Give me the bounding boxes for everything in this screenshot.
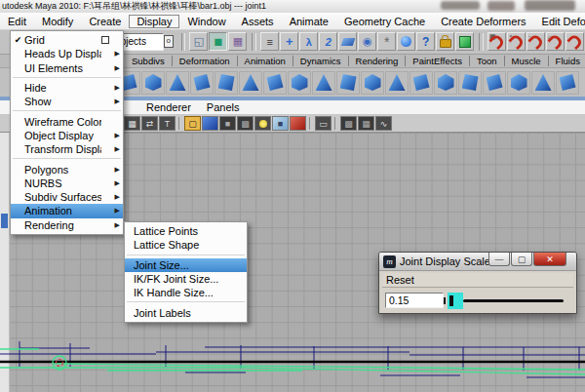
shelf-tab[interactable]: Deformation [173, 56, 238, 66]
shelf-subdiv-split-icon[interactable] [507, 71, 530, 95]
construction-plane-icon[interactable] [338, 32, 357, 51]
hypergraph-layout-icon[interactable]: T [159, 116, 176, 131]
joint-scale-slider-handle[interactable] [448, 293, 463, 309]
panel-menu-panels[interactable]: Panels [207, 101, 240, 113]
textured-display-icon[interactable]: ▩ [237, 116, 254, 131]
close-button[interactable]: ✕ [533, 253, 566, 266]
joint-scale-slider-track[interactable] [463, 299, 564, 302]
snap-align-icon[interactable]: ≡ [260, 32, 279, 51]
display-menu-item[interactable]: Animation ▶ [11, 204, 123, 217]
animation-submenu-item[interactable]: Lattice Points [125, 224, 247, 238]
display-menu-item[interactable]: Heads Up Display ▶ [11, 47, 123, 60]
snap-to-plane-icon[interactable]: ▱ [546, 32, 565, 51]
shelf-subdiv-cube-icon[interactable] [263, 71, 287, 95]
render-sphere-icon[interactable] [397, 32, 415, 51]
display-menu-item[interactable]: Rendering ▶ [11, 218, 123, 232]
shelf-subdiv-collapse-icon[interactable] [239, 71, 262, 95]
shelf-subdiv-sphere-icon[interactable] [190, 71, 214, 95]
toolbar-separator[interactable] [309, 117, 313, 130]
minimize-button[interactable]: — [488, 253, 510, 266]
shelf-tab[interactable]: Toon [470, 56, 505, 66]
statusline-separator[interactable] [252, 33, 256, 51]
display-menu-item[interactable]: Subdiv Surfaces ▶ [11, 190, 123, 204]
smooth-shade-icon[interactable] [202, 116, 218, 131]
shelf-subdiv-cylinder-icon[interactable] [166, 71, 189, 95]
shelf-subdiv-convert-icon[interactable] [556, 71, 579, 95]
shelf-subdiv-texture-icon[interactable] [288, 71, 311, 95]
add-icon[interactable]: + [280, 32, 298, 51]
snap-to-grid-icon[interactable]: ▦ [488, 32, 506, 51]
toolbar-separator[interactable] [178, 117, 182, 130]
select-by-component-icon[interactable]: ▦ [228, 32, 247, 51]
display-menu-item[interactable]: ✔ Grid [11, 33, 123, 47]
wireframe-display-icon[interactable]: ▢ [184, 116, 201, 131]
help-icon[interactable]: ? [416, 32, 435, 51]
shelf-subdiv-component-icon[interactable] [214, 71, 238, 95]
shelf-tab[interactable]: Dynamics [293, 56, 349, 66]
shelf-subdiv-uncrease-icon[interactable] [483, 71, 506, 95]
panel-menu-renderer[interactable]: Renderer [146, 101, 191, 113]
isolate-select-icon[interactable]: ▭ [315, 116, 332, 131]
shelf-tab[interactable]: Animation [238, 56, 293, 66]
make-live-icon[interactable] [566, 32, 584, 51]
animation-submenu-item[interactable]: Lattice Shape [125, 238, 247, 252]
shelf-subdiv-crease-icon[interactable] [458, 71, 482, 95]
animation-submenu-item[interactable]: IK Handle Size... [125, 286, 247, 299]
display-menu-item[interactable]: UI Elements ▶ [11, 61, 123, 75]
menubar-item[interactable]: Display [129, 15, 179, 28]
highlight-selection-icon[interactable] [455, 32, 474, 51]
menubar-item[interactable]: Animate [282, 15, 336, 28]
menubar-item[interactable]: Edit Deformers [534, 15, 585, 28]
statusline-separator[interactable] [181, 33, 186, 51]
menubar-item[interactable]: Create [81, 15, 129, 28]
flat-shade-icon[interactable]: ■ [219, 116, 236, 131]
lattice-icon[interactable]: ◉ [358, 32, 376, 51]
single-pane-layout-icon[interactable]: ▦ [124, 116, 140, 131]
lock-icon[interactable] [436, 32, 454, 51]
xray-display-icon[interactable]: ▩ [340, 116, 357, 131]
reset-menu[interactable]: Reset [382, 273, 573, 288]
shelf-subdiv-mirror-icon[interactable] [361, 71, 384, 95]
menubar-item[interactable]: Modify [34, 15, 81, 28]
shelf-tab[interactable]: Rendering [349, 56, 407, 66]
toolbar-separator[interactable] [334, 117, 338, 130]
menubar-item[interactable]: Edit [0, 15, 34, 28]
select-by-hierarchy-icon[interactable]: ◱ [189, 32, 208, 51]
statusline-separator[interactable] [479, 33, 484, 51]
animation-submenu-item[interactable]: Joint Size... [125, 258, 247, 272]
shelf-subdiv-grid-icon[interactable] [385, 71, 409, 95]
curve-snap-icon[interactable]: 2 [319, 32, 337, 51]
option-box-icon[interactable] [101, 36, 109, 44]
wireframe-on-shaded-icon[interactable]: ▦ [358, 116, 374, 131]
select-by-object-icon[interactable]: ◼ [209, 32, 227, 51]
menu-tearoff-box[interactable]: o [164, 35, 174, 48]
display-menu-item[interactable]: Hide ▶ [11, 81, 123, 95]
shelf-tab[interactable]: Fluids [549, 56, 585, 66]
animation-submenu-item[interactable]: IK/FK Joint Size... [125, 272, 247, 286]
menubar-item[interactable]: Window [179, 15, 233, 28]
maximize-button[interactable]: ▢ [511, 253, 532, 266]
four-pane-layout-icon[interactable]: ⇄ [141, 116, 158, 131]
joint-scale-input[interactable]: 0.15 [385, 293, 444, 308]
animation-submenu-item[interactable]: Joint Labels [125, 305, 247, 319]
shelf-subdiv-extrude-icon[interactable] [410, 71, 433, 95]
display-menu-item[interactable]: Show ▶ [11, 95, 123, 108]
display-menu-item[interactable]: Transform Display ▶ [11, 142, 123, 156]
shelf-subdiv-select-icon[interactable] [336, 71, 360, 95]
use-all-lights-icon[interactable] [254, 116, 271, 131]
snap-to-point-icon[interactable]: · [526, 32, 545, 51]
shelf-subdiv-attach-icon[interactable] [531, 71, 555, 95]
shelf-tab[interactable]: Subdivs [125, 56, 173, 66]
menubar-item[interactable]: Create Deformers [433, 15, 533, 28]
display-menu-item[interactable]: NURBS ▶ [11, 176, 123, 190]
snap-to-curve-icon[interactable]: ∿ [507, 32, 526, 51]
shelf-tab[interactable]: PaintEffects [406, 56, 470, 66]
default-material-icon[interactable]: ■ [272, 116, 289, 131]
shelf-subdiv-plane-icon[interactable] [312, 71, 335, 95]
display-menu-item[interactable]: Object Display ▶ [11, 129, 123, 142]
ik-handle-icon[interactable]: λ [299, 32, 318, 51]
shelf-subdiv-merge-icon[interactable] [434, 71, 457, 95]
menubar-item[interactable]: Geometry Cache [336, 15, 433, 28]
colored-material-icon[interactable] [290, 116, 306, 131]
snowflake-icon[interactable]: * [377, 32, 396, 51]
